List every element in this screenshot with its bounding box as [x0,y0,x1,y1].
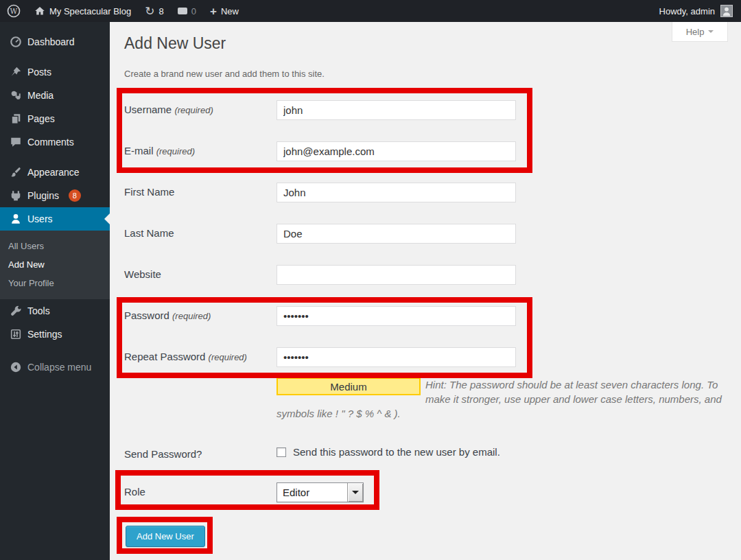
sidebar-item-label: Settings [27,329,62,340]
updates-menu[interactable]: ↻ 8 [138,0,170,22]
comment-bubble-icon [178,8,187,14]
plus-icon: + [210,5,217,17]
email-row: E-mail (required) [124,141,728,162]
sidebar-item-label: Plugins [27,190,59,201]
paintbrush-icon [10,166,22,178]
help-button[interactable]: Help [672,22,728,42]
sidebar-item-tools[interactable]: Tools [0,299,110,323]
site-name: My Spectacular Blog [49,6,131,16]
settings-sliders-icon [10,328,22,340]
users-submenu: All Users Add New Your Profile [0,231,110,299]
email-input[interactable] [277,141,516,161]
first-name-input[interactable] [277,183,516,202]
page-subtitle: Create a brand new user and add them to … [124,69,325,79]
send-password-label: Send Password? [124,448,202,460]
role-dropdown-button[interactable] [347,483,363,502]
wordpress-logo-menu[interactable]: W [0,0,27,22]
sidebar-item-label: Dashboard [27,36,75,47]
update-icon: ↻ [145,5,154,17]
password-strength-area: Medium Hint: The password should be at l… [277,377,726,421]
help-label: Help [686,27,705,37]
wordpress-logo-icon: W [7,4,21,18]
main-content: Help Add New User Create a brand new use… [110,22,741,560]
admin-avatar[interactable] [720,5,733,17]
repeat-password-row: Repeat Password (required) [124,347,728,368]
admin-bar-right: Howdy, admin [651,5,741,17]
sidebar-item-label: Media [27,90,54,101]
dashboard-icon [10,36,22,48]
username-label-text: Username [124,104,172,115]
sidebar-item-label: Appearance [27,167,80,178]
repeat-password-label-text: Repeat Password [124,351,205,362]
last-name-row: Last Name [124,224,728,244]
sidebar-item-appearance[interactable]: Appearance [0,161,110,184]
chevron-down-icon [708,30,714,36]
repeat-password-input[interactable] [277,347,516,367]
email-label-text: E-mail [124,145,154,156]
first-name-row: First Name [124,183,728,203]
home-icon [34,5,45,16]
sidebar-item-posts[interactable]: Posts [0,60,110,84]
collapse-arrow-icon [10,361,22,373]
sidebar-item-media[interactable]: Media [0,84,110,107]
password-row: Password (required) [124,306,728,327]
submenu-item-add-new[interactable]: Add New [0,255,110,274]
password-label: Password (required) [124,310,211,321]
collapse-menu-button[interactable]: Collapse menu [0,355,110,379]
required-indicator: (required) [172,311,211,321]
role-select[interactable]: Editor [277,482,364,502]
username-label: Username (required) [124,104,213,115]
role-label: Role [124,486,145,498]
password-input[interactable] [277,306,516,326]
site-name-menu[interactable]: My Spectacular Blog [27,0,138,22]
required-indicator: (required) [156,146,195,156]
new-content-menu[interactable]: + New [203,0,246,22]
comment-count: 0 [191,6,196,16]
user-icon [10,213,22,225]
sidebar-item-label: Comments [27,137,74,148]
pushpin-icon [10,66,22,78]
role-selected-value: Editor [277,483,347,502]
sidebar-separator [0,54,110,60]
last-name-input[interactable] [277,224,516,244]
website-input[interactable] [277,265,516,285]
username-row: Username (required) [124,100,728,121]
submenu-item-all-users[interactable]: All Users [0,237,110,255]
sidebar: Dashboard Posts Media Pages Comments [0,22,110,560]
wrench-icon [10,305,22,317]
howdy-admin-menu[interactable]: Howdy, admin [659,6,715,16]
first-name-label: First Name [124,186,174,198]
admin-bar: W My Spectacular Blog ↻ 8 0 + New [0,0,741,22]
send-password-checkbox-label: Send this password to the new user by em… [293,446,500,458]
last-name-label: Last Name [124,227,174,239]
plug-icon [10,189,22,202]
svg-text:W: W [10,7,18,15]
collapse-menu-label: Collapse menu [27,362,91,373]
page-title: Add New User [124,34,226,53]
username-input[interactable] [277,100,516,120]
submenu-item-your-profile[interactable]: Your Profile [0,274,110,292]
update-count: 8 [158,6,163,16]
add-new-user-button[interactable]: Add New User [126,526,205,547]
sidebar-item-settings[interactable]: Settings [0,323,110,346]
password-strength-meter: Medium [277,377,421,395]
password-label-text: Password [124,310,169,321]
comments-menu[interactable]: 0 [171,0,203,22]
sidebar-item-dashboard[interactable]: Dashboard [0,30,110,54]
required-indicator: (required) [209,352,247,362]
plugins-update-badge: 8 [69,189,81,202]
sidebar-item-users[interactable]: Users [0,207,110,231]
sidebar-separator [0,346,110,353]
sidebar-item-comments[interactable]: Comments [0,130,110,154]
role-row: Role Editor [124,482,728,503]
send-password-checkbox[interactable] [277,447,286,457]
repeat-password-label: Repeat Password (required) [124,351,247,362]
sidebar-item-pages[interactable]: Pages [0,107,110,130]
sidebar-separator [0,154,110,161]
comment-icon [10,136,22,148]
website-row: Website [124,265,728,285]
email-label: E-mail (required) [124,145,195,156]
new-label: New [221,6,239,16]
admin-bar-left: W My Spectacular Blog ↻ 8 0 + New [0,0,246,22]
sidebar-item-plugins[interactable]: Plugins 8 [0,184,110,207]
